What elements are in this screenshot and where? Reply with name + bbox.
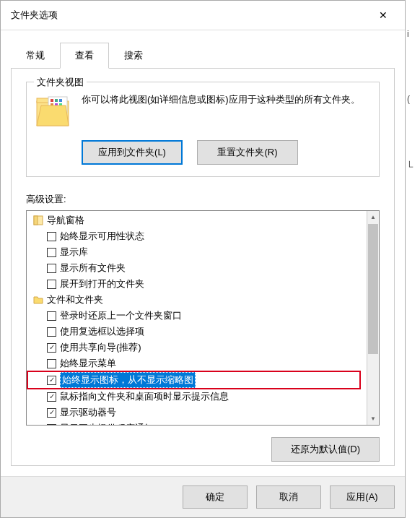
tree-item[interactable]: 始终显示菜单 — [27, 355, 367, 371]
tab-bar: 常规 查看 搜索 — [1, 30, 405, 68]
advanced-settings-tree: 导航窗格 始终显示可用性状态显示库显示所有文件夹展开到打开的文件夹 文件和文件夹… — [26, 210, 380, 426]
folder-icon — [32, 294, 44, 306]
checkbox[interactable] — [47, 264, 56, 273]
close-icon: ✕ — [379, 9, 388, 21]
ok-button[interactable]: 确定 — [183, 485, 248, 509]
folder-preview-icon — [35, 94, 71, 129]
tree-item-label: 显示库 — [60, 245, 88, 259]
checkbox[interactable] — [47, 232, 56, 241]
checkbox[interactable] — [47, 392, 56, 402]
scroll-up-arrow-icon[interactable]: ▲ — [367, 211, 379, 223]
checkbox[interactable] — [47, 280, 56, 289]
reset-folders-button[interactable]: 重置文件夹(R) — [197, 140, 298, 165]
checkbox[interactable] — [47, 359, 56, 368]
tree-item-label: 显示驱动器号 — [60, 405, 116, 420]
svg-rect-12 — [34, 216, 38, 225]
tree-item[interactable]: 使用共享向导(推荐) — [27, 340, 367, 355]
tree-group-label: 导航窗格 — [47, 214, 84, 227]
folder-view-group-title: 文件夹视图 — [34, 76, 87, 89]
tree-item-label: 鼠标指向文件夹和桌面项时显示提示信息 — [60, 389, 229, 404]
scroll-down-arrow-icon[interactable]: ▼ — [367, 413, 379, 425]
folder-view-group: 文件夹视图 你可以将此视图(如详细信息或图标)应用于这种类型的所有文件夹。 应用… — [26, 82, 380, 177]
restore-defaults-button[interactable]: 还原为默认值(D) — [271, 437, 380, 462]
tree-item[interactable]: 显示库 — [27, 244, 367, 260]
checkbox[interactable] — [47, 343, 56, 353]
tree-item-label: 显示同步提供程序通知 — [60, 421, 154, 425]
titlebar: 文件夹选项 ✕ — [1, 1, 405, 30]
checkbox[interactable] — [47, 376, 56, 385]
window-title: 文件夹选项 — [11, 9, 58, 22]
dialog-footer: 确定 取消 应用(A) — [1, 476, 405, 517]
checkbox[interactable] — [47, 408, 56, 418]
checkbox[interactable] — [47, 424, 56, 426]
folder-view-description: 你可以将此视图(如详细信息或图标)应用于这种类型的所有文件夹。 — [82, 92, 370, 108]
svg-rect-3 — [51, 99, 53, 102]
svg-rect-5 — [59, 99, 62, 102]
folder-options-dialog: 文件夹选项 ✕ 常规 查看 搜索 文件夹视图 你可以将此视图(如详细信息或图标)… — [0, 0, 406, 518]
tree-item[interactable]: 使用复选框以选择项 — [27, 324, 367, 340]
checkbox[interactable] — [47, 248, 56, 257]
tree-item[interactable]: 始终显示图标，从不显示缩略图 — [27, 371, 361, 389]
tree-group-navigation: 导航窗格 — [27, 212, 367, 228]
tab-view[interactable]: 查看 — [60, 43, 109, 69]
tab-content: 文件夹视图 你可以将此视图(如详细信息或图标)应用于这种类型的所有文件夹。 应用… — [11, 68, 395, 466]
checkbox[interactable] — [47, 327, 56, 337]
advanced-settings-label: 高级设置: — [26, 193, 380, 206]
tree-item[interactable]: 显示驱动器号 — [27, 405, 367, 420]
tab-search[interactable]: 搜索 — [109, 43, 158, 69]
apply-button[interactable]: 应用(A) — [330, 485, 395, 509]
tree-item-label: 使用共享向导(推荐) — [60, 340, 141, 355]
cancel-button[interactable]: 取消 — [256, 485, 321, 509]
scrollbar[interactable]: ▲ ▼ — [367, 211, 379, 425]
close-button[interactable]: ✕ — [369, 7, 398, 24]
tree-item-label: 展开到打开的文件夹 — [60, 277, 144, 291]
tree-item[interactable]: 显示同步提供程序通知 — [27, 420, 367, 425]
tree-item[interactable]: 显示所有文件夹 — [27, 260, 367, 276]
tree-item-label: 始终显示图标，从不显示缩略图 — [60, 372, 196, 388]
tree-item[interactable]: 登录时还原上一个文件夹窗口 — [27, 308, 367, 324]
tree-item-label: 始终显示菜单 — [60, 356, 116, 371]
tree-group-label: 文件和文件夹 — [47, 293, 103, 306]
nav-pane-icon — [32, 215, 44, 226]
tree-item[interactable]: 展开到打开的文件夹 — [27, 276, 367, 292]
tree-item-label: 登录时还原上一个文件夹窗口 — [60, 308, 182, 323]
apply-to-folders-button[interactable]: 应用到文件夹(L) — [82, 140, 183, 165]
svg-rect-4 — [55, 99, 58, 102]
tree-item[interactable]: 鼠标指向文件夹和桌面项时显示提示信息 — [27, 389, 367, 405]
checkbox[interactable] — [47, 311, 56, 321]
tree-item[interactable]: 始终显示可用性状态 — [27, 228, 367, 244]
tab-general[interactable]: 常规 — [11, 43, 60, 69]
tree-content: 导航窗格 始终显示可用性状态显示库显示所有文件夹展开到打开的文件夹 文件和文件夹… — [27, 211, 367, 425]
scroll-thumb[interactable] — [368, 224, 378, 354]
tree-item-label: 始终显示可用性状态 — [60, 229, 144, 243]
background-fragment: i ( ㇄ — [407, 22, 420, 226]
tree-item-label: 显示所有文件夹 — [60, 261, 126, 275]
tree-group-files: 文件和文件夹 — [27, 292, 367, 308]
tree-item-label: 使用复选框以选择项 — [60, 324, 144, 339]
